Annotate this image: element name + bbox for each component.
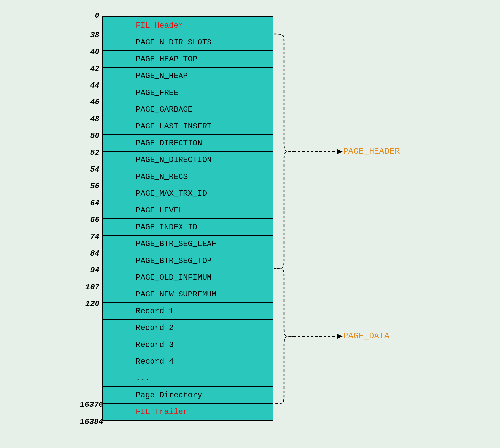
row-text: Record 4 — [136, 357, 174, 366]
row-text: PAGE_N_RECS — [136, 172, 188, 181]
offset-label: 64 — [80, 199, 99, 208]
row-text: PAGE_N_DIRECTION — [136, 155, 211, 164]
offset-label: 50 — [80, 131, 99, 140]
row-text: PAGE_HEAP_TOP — [136, 55, 197, 64]
row-text: PAGE_GARBAGE — [136, 105, 193, 114]
offset-label: 84 — [80, 249, 99, 258]
row-ellipsis: ... — [103, 370, 273, 387]
row-text: ... — [136, 374, 150, 383]
row-page-garbage: 48 PAGE_GARBAGE — [103, 101, 273, 118]
row-text: PAGE_INDEX_ID — [136, 223, 197, 232]
row-page-direction: 52 PAGE_DIRECTION — [103, 135, 273, 152]
row-page-n-direction: 54 PAGE_N_DIRECTION — [103, 152, 273, 168]
row-text: PAGE_NEW_SUPREMUM — [136, 290, 216, 299]
row-page-last-insert: 50 PAGE_LAST_INSERT — [103, 118, 273, 135]
brace-page-data — [274, 269, 350, 407]
row-text: PAGE_FREE — [136, 88, 179, 97]
offset-label: 42 — [80, 64, 99, 73]
row-text: Record 1 — [136, 307, 174, 316]
page-layout-diagram: 0 38 FIL Header 40 PAGE_N_DIR_SLOTS 42 P… — [102, 16, 273, 421]
row-text: PAGE_N_HEAP — [136, 71, 188, 80]
row-text: FIL Trailer — [136, 407, 188, 416]
offset-label: 54 — [80, 165, 99, 174]
offset-label: 66 — [80, 215, 99, 224]
row-text: PAGE_MAX_TRX_ID — [136, 189, 207, 198]
row-fil-trailer: 16384 FIL Trailer — [103, 404, 273, 420]
offset-label: 16384 — [80, 417, 99, 426]
row-record-1: Record 1 — [103, 303, 273, 320]
row-text: PAGE_OLD_INFIMUM — [136, 273, 211, 282]
row-page-free: 46 PAGE_FREE — [103, 84, 273, 101]
row-record-4: Record 4 — [103, 353, 273, 370]
row-record-2: Record 2 — [103, 320, 273, 336]
row-text: PAGE_BTR_SEG_LEAF — [136, 239, 216, 248]
row-page-n-recs: 56 PAGE_N_RECS — [103, 168, 273, 185]
row-text: Page Directory — [136, 391, 202, 400]
svg-marker-1 — [337, 149, 343, 154]
row-page-new-supremum: 120 PAGE_NEW_SUPREMUM — [103, 286, 273, 303]
row-page-btr-seg-leaf: 84 PAGE_BTR_SEG_LEAF — [103, 236, 273, 252]
row-page-max-trx-id: 64 PAGE_MAX_TRX_ID — [103, 185, 273, 202]
row-text: PAGE_LEVEL — [136, 206, 183, 215]
row-fil-header: 0 38 FIL Header — [103, 17, 273, 34]
offset-label: 38 — [80, 31, 99, 40]
offset-label: 94 — [80, 266, 99, 275]
row-text: PAGE_LAST_INSERT — [136, 122, 211, 131]
offset-label: 16376 — [80, 400, 99, 409]
offset-label: 44 — [80, 81, 99, 90]
row-page-level: 66 PAGE_LEVEL — [103, 202, 273, 219]
row-text: PAGE_DIRECTION — [136, 139, 202, 148]
row-page-heap-top: 42 PAGE_HEAP_TOP — [103, 51, 273, 68]
row-page-n-dir-slots: 40 PAGE_N_DIR_SLOTS — [103, 34, 273, 51]
offset-label: 0 — [80, 11, 99, 20]
row-record-3: Record 3 — [103, 336, 273, 353]
row-text: PAGE_N_DIR_SLOTS — [136, 38, 211, 47]
svg-marker-3 — [337, 334, 343, 339]
row-text: FIL Header — [136, 21, 183, 30]
row-text: PAGE_BTR_SEG_TOP — [136, 256, 211, 265]
label-page-data: PAGE_DATA — [343, 331, 389, 341]
row-page-btr-seg-top: 94 PAGE_BTR_SEG_TOP — [103, 252, 273, 269]
row-page-old-infimum: 107 PAGE_OLD_INFIMUM — [103, 269, 273, 286]
offset-label: 40 — [80, 47, 99, 56]
offset-label: 56 — [80, 182, 99, 191]
offset-label: 46 — [80, 98, 99, 107]
row-page-n-heap: 44 PAGE_N_HEAP — [103, 68, 273, 84]
offset-label: 107 — [80, 283, 99, 292]
offset-label: 74 — [80, 232, 99, 241]
row-page-index-id: 74 PAGE_INDEX_ID — [103, 219, 273, 236]
offset-label: 48 — [80, 115, 99, 124]
row-text: Record 2 — [136, 323, 174, 332]
offset-label: 52 — [80, 148, 99, 157]
offset-label: 120 — [80, 299, 99, 308]
label-page-header: PAGE_HEADER — [343, 146, 400, 156]
row-page-directory: 16376 Page Directory — [103, 387, 273, 404]
row-text: Record 3 — [136, 340, 174, 349]
brace-page-header — [274, 34, 350, 271]
